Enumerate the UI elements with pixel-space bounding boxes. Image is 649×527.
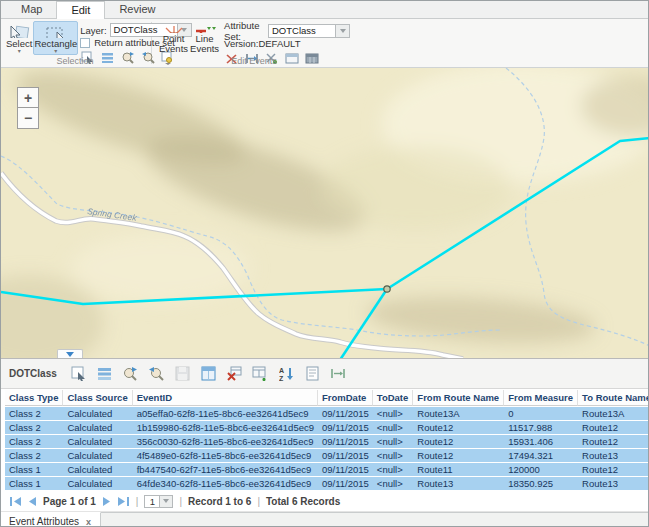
- table-cell[interactable]: Route13A: [413, 407, 504, 420]
- table-cell[interactable]: Route11: [413, 463, 504, 476]
- table-cell[interactable]: Route12: [578, 463, 649, 476]
- tab-review[interactable]: Review: [105, 1, 169, 18]
- table-cell[interactable]: <null>: [373, 407, 414, 420]
- table-cell[interactable]: a05effa0-62f8-11e5-8bc6-ee32641d5ec9: [133, 407, 318, 420]
- attribute-set-dropdown-button[interactable]: [336, 24, 350, 38]
- measure-event-icon[interactable]: [330, 365, 347, 382]
- table-cell[interactable]: Class 2: [5, 407, 63, 420]
- select-records-icon[interactable]: [70, 365, 87, 382]
- table-cell[interactable]: Calculated: [63, 421, 132, 434]
- return-attribute-set-checkbox[interactable]: [80, 38, 90, 48]
- table-cell[interactable]: 09/11/2015: [318, 477, 373, 490]
- panel-collapse-button[interactable]: [57, 349, 83, 358]
- delete-records-icon[interactable]: [226, 365, 243, 382]
- zoom-in-button[interactable]: +: [17, 87, 39, 108]
- rectangle-dropdown-caret[interactable]: ▾: [54, 49, 57, 54]
- column-header[interactable]: FromDate: [318, 390, 373, 406]
- save-edits-icon[interactable]: [174, 365, 191, 382]
- table-row[interactable]: Class 1Calculatedfb447540-62f7-11e5-8bc6…: [5, 463, 649, 476]
- table-row[interactable]: Class 2Calculateda05effa0-62f8-11e5-8bc6…: [5, 407, 649, 420]
- table-cell[interactable]: <null>: [373, 477, 414, 490]
- table-cell[interactable]: 1b159980-62f8-11e5-8bc6-ee32641d5ec9: [133, 421, 318, 434]
- open-form-icon[interactable]: [304, 365, 321, 382]
- table-cell[interactable]: 09/11/2015: [318, 421, 373, 434]
- tab-edit[interactable]: Edit: [56, 1, 105, 19]
- table-cell[interactable]: Route12: [413, 421, 504, 434]
- table-cell[interactable]: 11517.988: [504, 421, 578, 434]
- table-cell[interactable]: Route12: [578, 435, 649, 448]
- table-cell[interactable]: 17494.321: [504, 449, 578, 462]
- next-page-button[interactable]: [102, 496, 111, 507]
- table-cell[interactable]: <null>: [373, 435, 414, 448]
- table-row[interactable]: Class 2Calculated4f5489e0-62f8-11e5-8bc6…: [5, 449, 649, 462]
- attribute-window-icon[interactable]: [200, 365, 217, 382]
- table-cell[interactable]: 09/11/2015: [318, 449, 373, 462]
- table-cell[interactable]: <null>: [373, 421, 414, 434]
- table-cell[interactable]: 64fde340-62f8-11e5-8bc6-ee32641d5ec9: [133, 477, 318, 490]
- table-cell[interactable]: <null>: [373, 463, 414, 476]
- column-header[interactable]: Class Source: [63, 390, 132, 406]
- column-header[interactable]: From Route Name: [413, 390, 504, 406]
- table-cell[interactable]: Route13A: [578, 407, 649, 420]
- table-cell[interactable]: Route13: [578, 449, 649, 462]
- table-cell[interactable]: fb447540-62f7-11e5-8bc6-ee32641d5ec9: [133, 463, 318, 476]
- append-records-icon[interactable]: [252, 365, 269, 382]
- table-cell[interactable]: Calculated: [63, 407, 132, 420]
- table-cell[interactable]: 09/11/2015: [318, 407, 373, 420]
- zoom-out-button[interactable]: −: [17, 108, 39, 129]
- column-header[interactable]: From Measure: [504, 390, 578, 406]
- previous-page-button[interactable]: [28, 496, 37, 507]
- table-row[interactable]: Class 1Calculated64fde340-62f8-11e5-8bc6…: [5, 477, 649, 490]
- column-header[interactable]: Class Type: [5, 390, 63, 406]
- table-cell[interactable]: Calculated: [63, 449, 132, 462]
- point-events-button[interactable]: Point Events: [158, 21, 189, 55]
- map-canvas[interactable]: Spring Creek + −: [1, 68, 649, 359]
- table-cell[interactable]: Route13: [578, 477, 649, 490]
- ribbon-tabbar: Map Edit Review: [1, 1, 648, 19]
- table-cell[interactable]: 4f5489e0-62f8-11e5-8bc6-ee32641d5ec9: [133, 449, 318, 462]
- table-cell[interactable]: 09/11/2015: [318, 435, 373, 448]
- tab-map[interactable]: Map: [7, 1, 56, 18]
- table-cell[interactable]: Class 2: [5, 421, 63, 434]
- first-page-button[interactable]: [9, 496, 22, 507]
- page-number-dropdown[interactable]: [160, 495, 173, 508]
- table-cell[interactable]: 0: [504, 407, 578, 420]
- column-header[interactable]: ToDate: [373, 390, 414, 406]
- zoom-to-selected-icon[interactable]: [122, 365, 139, 382]
- page-number-spinner[interactable]: 1: [144, 495, 173, 508]
- table-cell[interactable]: Class 1: [5, 477, 63, 490]
- table-cell[interactable]: Calculated: [63, 435, 132, 448]
- line-events-button[interactable]: Line Events: [189, 21, 220, 55]
- table-cell[interactable]: Class 1: [5, 463, 63, 476]
- table-cell[interactable]: Route12: [413, 449, 504, 462]
- last-page-button[interactable]: [117, 496, 130, 507]
- table-cell[interactable]: Route13: [413, 477, 504, 490]
- table-cell[interactable]: 09/11/2015: [318, 463, 373, 476]
- table-cell[interactable]: Route12: [413, 435, 504, 448]
- table-cell[interactable]: 15931.406: [504, 435, 578, 448]
- sort-records-icon[interactable]: AZ: [278, 365, 295, 382]
- table-row[interactable]: Class 2Calculated1b159980-62f8-11e5-8bc6…: [5, 421, 649, 434]
- column-header[interactable]: EventID: [133, 390, 318, 406]
- tab-event-attributes[interactable]: Event Attributes x: [1, 512, 101, 527]
- select-dropdown-caret[interactable]: ▾: [18, 49, 21, 54]
- table-cell[interactable]: 356c0030-62f8-11e5-8bc6-ee32641d5ec9: [133, 435, 318, 448]
- table-cell[interactable]: 18350.925: [504, 477, 578, 490]
- show-selected-icon[interactable]: [96, 365, 113, 382]
- table-cell[interactable]: 120000: [504, 463, 578, 476]
- version-label: Version:DEFAULT: [224, 38, 300, 49]
- column-header[interactable]: To Route Name: [578, 390, 649, 406]
- rectangle-select-icon: [44, 24, 68, 38]
- attribute-set-combobox[interactable]: DOTClass: [268, 24, 350, 38]
- table-cell[interactable]: <null>: [373, 449, 414, 462]
- table-cell[interactable]: Class 2: [5, 449, 63, 462]
- close-tab-icon[interactable]: x: [86, 517, 91, 527]
- table-cell[interactable]: Class 2: [5, 435, 63, 448]
- rectangle-button[interactable]: Rectangle ▾: [33, 21, 78, 55]
- table-cell[interactable]: Calculated: [63, 477, 132, 490]
- table-row[interactable]: Class 2Calculated356c0030-62f8-11e5-8bc6…: [5, 435, 649, 448]
- table-cell[interactable]: Calculated: [63, 463, 132, 476]
- select-button[interactable]: Select ▾: [5, 21, 33, 55]
- table-cell[interactable]: Route12: [578, 421, 649, 434]
- pan-to-selected-icon[interactable]: [148, 365, 165, 382]
